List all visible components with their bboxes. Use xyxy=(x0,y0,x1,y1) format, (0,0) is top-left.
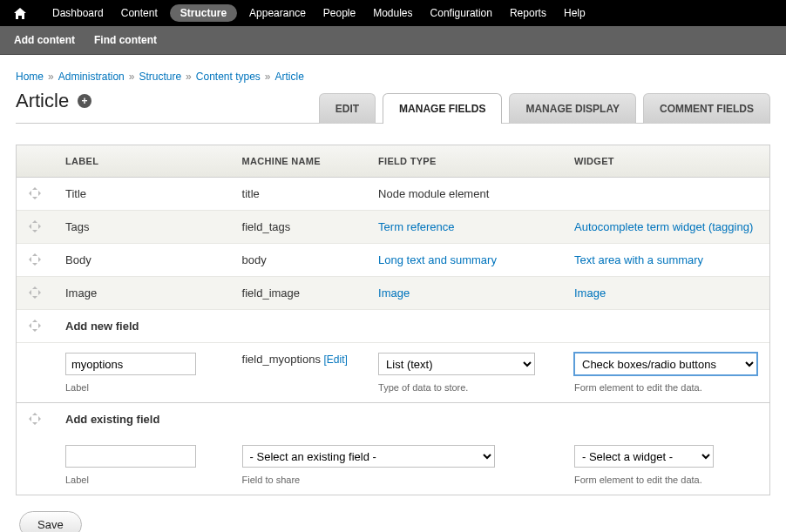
add-existing-field-heading: Add existing field xyxy=(53,403,769,435)
new-field-type-select[interactable]: List (text) xyxy=(378,353,535,375)
breadcrumb-link[interactable]: Content types xyxy=(196,71,261,83)
field-machine-name: field_tags xyxy=(230,211,367,244)
existing-field-help: Field to share xyxy=(242,475,550,485)
manage-fields-table: LABEL MACHINE NAME FIELD TYPE WIDGET Tit… xyxy=(16,145,770,495)
drag-handle-icon[interactable] xyxy=(29,187,41,199)
field-type: Image xyxy=(366,277,562,310)
field-widget: Text area with a summary xyxy=(562,244,769,277)
field-type: Term reference xyxy=(366,211,562,244)
field-label: Body xyxy=(53,244,230,277)
new-field-machine-name: field_myoptions [Edit] xyxy=(242,353,348,366)
table-row: TitletitleNode module element xyxy=(17,178,769,211)
new-field-widget-help: Form element to edit the data. xyxy=(574,382,757,393)
drag-handle-icon[interactable] xyxy=(29,413,41,425)
breadcrumb-link[interactable]: Structure xyxy=(139,71,181,83)
topnav-item-help[interactable]: Help xyxy=(555,0,594,26)
tab-manage-display[interactable]: MANAGE DISPLAY xyxy=(509,93,636,124)
table-row: BodybodyLong text and summaryText area w… xyxy=(17,244,769,277)
shortcut-add-content[interactable]: Add content xyxy=(14,34,87,46)
home-icon[interactable] xyxy=(5,0,35,26)
field-type: Long text and summary xyxy=(366,244,562,277)
table-row: Imagefield_imageImageImage xyxy=(17,277,769,310)
breadcrumb-link[interactable]: Administration xyxy=(58,71,125,83)
top-admin-bar: DashboardContentStructureAppearancePeopl… xyxy=(0,0,786,26)
field-widget-link[interactable]: Text area with a summary xyxy=(574,253,703,266)
drag-handle-icon[interactable] xyxy=(29,286,41,299)
topnav-item-modules[interactable]: Modules xyxy=(364,0,421,26)
new-field-label-help: Label xyxy=(65,382,218,393)
drag-handle-icon[interactable] xyxy=(29,220,41,232)
field-type-link[interactable]: Image xyxy=(378,286,410,300)
field-type-link[interactable]: Term reference xyxy=(378,220,454,233)
tab-comment-fields[interactable]: COMMENT FIELDS xyxy=(643,93,770,124)
drag-handle-icon[interactable] xyxy=(29,320,41,332)
existing-widget-select[interactable]: - Select a widget - xyxy=(574,445,714,468)
field-label: Tags xyxy=(53,211,230,244)
col-label: LABEL xyxy=(53,145,230,178)
shortcut-bar: Add contentFind content xyxy=(0,26,786,55)
field-label: Title xyxy=(53,178,230,211)
field-label: Image xyxy=(53,277,230,310)
existing-field-label-input[interactable] xyxy=(65,445,196,468)
add-shortcut-icon[interactable]: + xyxy=(78,94,91,108)
table-row: Tagsfield_tagsTerm referenceAutocomplete… xyxy=(17,211,769,244)
existing-field-select[interactable]: - Select an existing field - xyxy=(242,445,495,468)
topnav-item-people[interactable]: People xyxy=(315,0,364,26)
topnav-item-dashboard[interactable]: Dashboard xyxy=(44,0,112,26)
existing-widget-help: Form element to edit the data. xyxy=(574,475,757,485)
page-title: Article + xyxy=(16,90,91,112)
field-type: Node module element xyxy=(366,178,562,211)
topnav-item-configuration[interactable]: Configuration xyxy=(422,0,501,26)
field-machine-name: body xyxy=(230,244,367,277)
drag-handle-icon[interactable] xyxy=(29,253,41,266)
new-field-type-help: Type of data to store. xyxy=(378,382,550,393)
col-type: FIELD TYPE xyxy=(366,145,562,178)
field-widget: Autocomplete term widget (tagging) xyxy=(562,211,769,244)
field-widget-link[interactable]: Autocomplete term widget (tagging) xyxy=(574,220,753,233)
new-field-widget-select[interactable]: Check boxes/radio buttons xyxy=(574,353,757,375)
field-widget: Image xyxy=(562,277,769,310)
topnav-item-appearance[interactable]: Appearance xyxy=(241,0,315,26)
topnav-item-structure[interactable]: Structure xyxy=(170,4,237,22)
shortcut-find-content[interactable]: Find content xyxy=(94,34,169,46)
add-new-field-heading: Add new field xyxy=(53,310,769,343)
new-field-label-input[interactable] xyxy=(65,353,196,375)
field-machine-name: field_image xyxy=(230,277,367,310)
field-machine-name: title xyxy=(230,178,367,211)
local-tasks-tabs: EDITMANAGE FIELDSMANAGE DISPLAYCOMMENT F… xyxy=(319,93,770,124)
topnav-item-content[interactable]: Content xyxy=(112,0,166,26)
field-type-link[interactable]: Long text and summary xyxy=(378,253,497,266)
breadcrumb-link[interactable]: Article xyxy=(275,71,304,83)
topnav-item-reports[interactable]: Reports xyxy=(501,0,555,26)
col-widget: WIDGET xyxy=(562,145,769,178)
tab-manage-fields[interactable]: MANAGE FIELDS xyxy=(383,93,502,124)
breadcrumb-link[interactable]: Home xyxy=(16,71,44,83)
field-widget xyxy=(562,178,769,211)
breadcrumb: Home»Administration»Structure»Content ty… xyxy=(16,71,770,83)
field-widget-link[interactable]: Image xyxy=(574,286,606,300)
col-machine: MACHINE NAME xyxy=(230,145,367,178)
tab-edit[interactable]: EDIT xyxy=(319,93,376,124)
save-button[interactable]: Save xyxy=(19,511,82,532)
existing-field-label-help: Label xyxy=(65,475,218,485)
edit-machine-name-link[interactable]: [Edit] xyxy=(324,354,348,366)
